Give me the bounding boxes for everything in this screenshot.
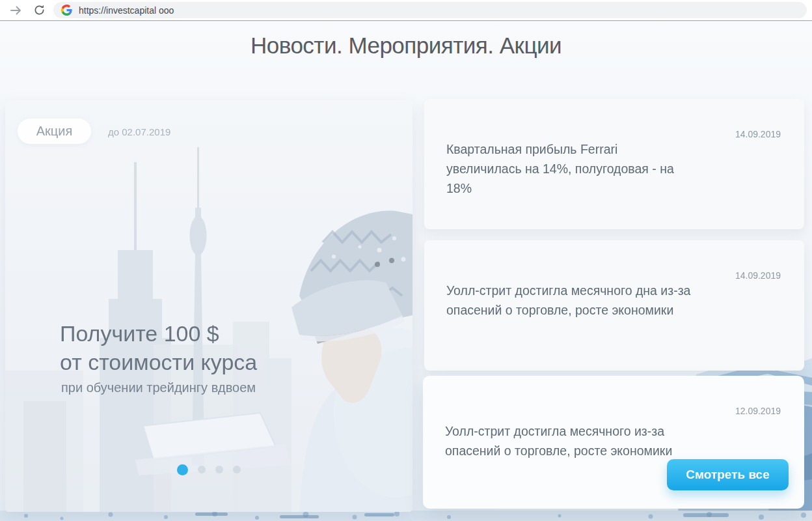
forward-button[interactable] xyxy=(8,3,23,18)
reload-button[interactable] xyxy=(31,3,47,18)
news-date: 12.09.2019 xyxy=(735,406,781,416)
carousel-dot[interactable] xyxy=(215,466,223,473)
google-favicon-icon xyxy=(61,5,72,16)
url-text: https://investcapital ooo xyxy=(79,5,174,16)
carousel-dot[interactable] xyxy=(177,464,188,475)
news-title: Уолл-стрит достигла месячного дна из-за … xyxy=(446,281,694,320)
carousel-dot[interactable] xyxy=(198,466,206,473)
promo-headline-line2: от стоимости курса xyxy=(60,348,257,376)
news-card[interactable]: 14.09.2019 Уолл-стрит достигла месячного… xyxy=(424,240,804,371)
carousel-dot[interactable] xyxy=(233,466,241,473)
news-card[interactable]: 12.09.2019 Уолл-стрит достигла месячного… xyxy=(423,376,804,509)
browser-toolbar: https://investcapital ooo xyxy=(0,0,812,21)
promo-deadline: до 02.07.2019 xyxy=(108,126,170,137)
carousel-dots xyxy=(5,464,413,475)
page-title: Новости. Мероприятия. Акции xyxy=(0,33,812,59)
page-content: Новости. Мероприятия. Акции xyxy=(0,21,812,521)
address-bar[interactable]: https://investcapital ooo xyxy=(53,2,807,18)
news-title: Квартальная прибыль Ferrari увеличилась … xyxy=(446,139,694,198)
promo-subtitle: при обучении трейдингу вдвоем xyxy=(61,380,256,395)
promo-headline-line1: Получите 100 $ xyxy=(60,319,257,348)
promo-badge-label: Акция xyxy=(36,124,73,139)
promo-photo-city-person xyxy=(5,100,413,512)
promo-carousel-slide[interactable]: Акция до 02.07.2019 Получите 100 $ от ст… xyxy=(5,100,413,512)
news-date: 14.09.2019 xyxy=(735,270,781,281)
view-all-button[interactable]: Смотреть все xyxy=(667,459,789,490)
news-card[interactable]: 14.09.2019 Квартальная прибыль Ferrari у… xyxy=(424,99,804,229)
promo-headline: Получите 100 $ от стоимости курса xyxy=(60,319,257,376)
forward-arrow-icon xyxy=(9,4,22,17)
news-date: 14.09.2019 xyxy=(735,129,781,139)
promo-badge: Акция xyxy=(18,119,91,144)
news-title: Уолл-стрит достигла месячного из-за опас… xyxy=(445,421,718,460)
reload-icon xyxy=(33,4,46,16)
